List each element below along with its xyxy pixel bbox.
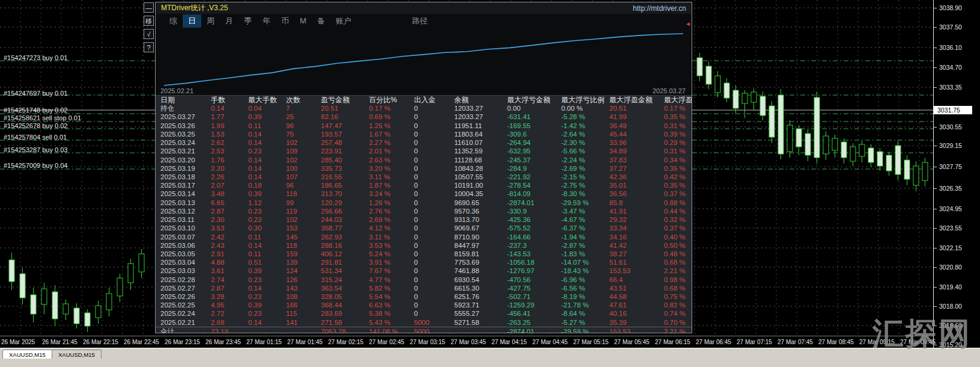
table-row-2025.02.25[interactable]: 2025.02.254.950.39166368.446.63 %05923.7… <box>156 301 692 309</box>
chart-tab-1[interactable]: XAUUSD,M15 <box>52 350 102 359</box>
cell-value: 1.53 <box>207 130 245 138</box>
table-row-2025.03.10[interactable]: 2025.03.103.530.30153358.774.12 %09069.6… <box>156 224 692 232</box>
cell-value: 0.11 <box>245 122 282 130</box>
row-label: 2025.03.14 <box>156 190 207 198</box>
cell-value: 0 <box>410 173 451 181</box>
table-row-2025.03.24[interactable]: 2025.03.242.620.14102257.482.27 %011610.… <box>156 138 692 147</box>
panel-tab-币[interactable]: 币 <box>276 14 294 28</box>
cell-value: 9690.65 <box>451 199 504 207</box>
cell-value: 0.31 % <box>660 122 692 130</box>
table-row-2025.02.24[interactable]: 2025.02.242.720.23115283.695.38 %05555.2… <box>156 309 692 318</box>
cell-value: -264.94 <box>504 138 558 147</box>
path-button[interactable]: 路径 <box>412 16 428 26</box>
table-row-2025.03.21[interactable]: 2025.03.212.530.23109223.912.01 %011352.… <box>156 147 692 155</box>
cell-value: 0 <box>410 130 451 138</box>
table-row-2025.03.05[interactable]: 2025.03.052.910.11159406.125.24 %08159.8… <box>156 250 692 258</box>
table-row-2025.03.25[interactable]: 2025.03.251.530.1475193.571.67 %011803.6… <box>156 130 692 138</box>
cell-value: 288.16 <box>317 241 365 250</box>
panel-tab-季[interactable]: 季 <box>239 14 257 28</box>
check-button[interactable]: √ <box>144 29 154 39</box>
table-row-2025.03.07[interactable]: 2025.03.072.420.11145262.933.11 %08710.9… <box>156 233 692 241</box>
cell-value: 0.17 % <box>365 104 410 113</box>
table-row-2025.03.03[interactable]: 2025.03.033.610.39124531.347.67 %07461.8… <box>156 267 692 275</box>
cell-value: 0.14 <box>245 173 282 181</box>
panel-collapse-arrow-icon[interactable]: ◄ <box>685 20 691 27</box>
cell-value: 143 <box>282 284 317 292</box>
cell-value: 0.35 % <box>660 113 692 121</box>
cell-value: 9570.36 <box>451 207 504 215</box>
cell-value: 126 <box>282 276 317 284</box>
order-label: #154257804 sell 0.01 <box>4 134 67 141</box>
cell-value: 0.14 <box>207 104 245 113</box>
cell-value: -143.53 <box>504 250 558 258</box>
cell-value: -263.25 <box>504 318 558 327</box>
price-axis-label: 3018.00 <box>939 303 962 310</box>
price-axis-label: 3027.75 <box>939 163 962 170</box>
panel-tab-综[interactable]: 综 <box>164 14 183 28</box>
cell-value: 139 <box>282 258 317 267</box>
cell-value: 285.40 <box>317 156 365 164</box>
help-button[interactable]: ? <box>144 42 154 52</box>
table-row-2025.02.21[interactable]: 2025.02.212.680.14141271.585.43 %5000527… <box>156 318 692 327</box>
cell-value: 0 <box>410 224 451 232</box>
table-row-持仓[interactable]: 持仓0.140.04720.510.17 %012033.270.000.00 … <box>156 104 692 113</box>
row-label: 2025.03.07 <box>156 233 207 241</box>
table-row-2025.03.20[interactable]: 2025.03.201.760.14102285.402.63 %011128.… <box>156 156 692 164</box>
cell-value: 2.21 % <box>660 327 692 333</box>
cell-value: 20.51 <box>317 104 365 113</box>
chart-tab-0[interactable]: XAUUSD,M15 <box>2 350 52 359</box>
table-row-2025.02.27[interactable]: 2025.02.272.870.14143363.545.82 %06615.3… <box>156 284 692 292</box>
cell-value: 0.70 % <box>660 318 692 327</box>
cell-value: 0.31 % <box>660 147 692 155</box>
table-row-2025.02.26[interactable]: 2025.02.263.280.23108328.055.54 %06251.7… <box>156 292 692 301</box>
table-row-2025.03.11[interactable]: 2025.03.112.300.23102244.032.69 %09313.7… <box>156 215 692 224</box>
minimize-button[interactable]: — <box>144 2 154 13</box>
cell-value: 45.44 <box>606 130 660 138</box>
table-row-2025.03.27[interactable]: 2025.03.271.770.392582.160.69 %012033.27… <box>156 113 692 121</box>
move-button[interactable]: 移 <box>144 16 154 26</box>
cell-value: 0 <box>410 190 451 198</box>
cell-value: 6251.76 <box>451 292 504 301</box>
table-row-2025.02.28[interactable]: 2025.02.282.740.23126315.244.77 %06930.5… <box>156 276 692 284</box>
table-row-2025.03.04[interactable]: 2025.03.044.880.51139291.813.91 %07753.6… <box>156 258 692 267</box>
panel-tab-M[interactable]: M <box>294 15 312 26</box>
table-row-2025.03.12[interactable]: 2025.03.122.870.23119256.662.76 %09570.3… <box>156 207 692 215</box>
table-row-2025.03.17[interactable]: 2025.03.172.070.1896186.651.87 %010191.0… <box>156 181 692 190</box>
panel-url-link[interactable]: http://mtdriver.cn <box>633 4 686 13</box>
table-row-2025.03.13[interactable]: 2025.03.136.651.1299120.291.26 %09690.65… <box>156 199 692 207</box>
cell-value: 11803.64 <box>451 130 504 138</box>
cell-value: 36.49 <box>606 122 660 130</box>
row-label: 2025.03.25 <box>156 130 207 138</box>
panel-tab-月[interactable]: 月 <box>220 14 239 28</box>
panel-tab-日[interactable]: 日 <box>183 14 201 28</box>
cell-value: 0.14 <box>245 164 282 173</box>
table-row-2025.03.06[interactable]: 2025.03.062.430.14118288.163.53 %08447.9… <box>156 241 692 250</box>
table-row-2025.03.26[interactable]: 2025.03.261.990.1196147.471.25 %011951.1… <box>156 122 692 130</box>
cell-value: 141 <box>282 318 317 327</box>
table-row-2025.03.18[interactable]: 2025.03.182.260.14107316.553.11 %010507.… <box>156 173 692 181</box>
equity-curve-line <box>164 34 683 85</box>
cell-value: 120.29 <box>317 199 365 207</box>
cell-value: 0.17 % <box>660 104 692 113</box>
cell-value: 1.25 % <box>365 122 410 130</box>
cell-value: 315.24 <box>317 276 365 284</box>
panel-tab-周[interactable]: 周 <box>201 14 220 28</box>
time-axis-label: 27 Mar 08:45 <box>818 339 854 345</box>
cell-value: 0.68 % <box>660 284 692 292</box>
cell-value: 0 <box>410 250 451 258</box>
cell-value: 0.50 % <box>660 241 692 250</box>
table-row-2025.03.19[interactable]: 2025.03.192.200.14100335.733.20 %010843.… <box>156 164 692 173</box>
cell-value: 2.87 <box>207 284 245 292</box>
panel-tab-备[interactable]: 备 <box>312 14 330 28</box>
table-row-合计[interactable]: 合计73.197053.78141.08 %5000-2874.01-29.59… <box>156 327 692 333</box>
price-axis-label: 3023.55 <box>939 224 962 232</box>
cell-value: 0.14 <box>245 284 282 292</box>
cell-value: -8.64 % <box>558 309 606 318</box>
cell-value: 0.39 <box>245 267 282 275</box>
cell-value: 0.23 <box>245 147 282 155</box>
panel-tab-账户[interactable]: 账户 <box>330 14 357 28</box>
row-label: 2025.03.13 <box>156 199 207 207</box>
panel-tab-年[interactable]: 年 <box>257 14 276 28</box>
cell-value: 4.88 <box>207 258 245 267</box>
table-row-2025.03.14[interactable]: 2025.03.143.480.39118313.703.24 %010004.… <box>156 190 692 198</box>
